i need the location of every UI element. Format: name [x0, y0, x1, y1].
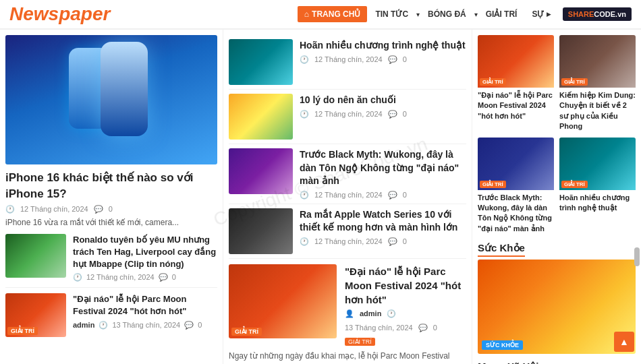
scrollbar[interactable] — [634, 247, 640, 266]
suc-khoe-img — [478, 260, 636, 354]
social-section: Mạng Xã Hội f ◉ 𝕏 ▶ ▶ — [478, 361, 636, 364]
sharecode-su: SHARE — [568, 10, 594, 18]
suc-khoe-img-wrap[interactable]: SỨC KHỎE — [478, 260, 636, 354]
article-1-title: 10 lý do nên ăn chuối — [300, 94, 407, 107]
clock-m0: 🕐 — [300, 55, 309, 64]
featured-date: 13 Tháng chín, 2024 — [345, 324, 413, 332]
tag-f: GIẢI TRÍ — [345, 338, 375, 346]
nav-home-label: TRANG CHỦ — [312, 9, 360, 19]
small-card-1-body: "Đại náo" lễ hội Parc Moon Festival 2024… — [73, 293, 217, 337]
nav-arrow-2: ▾ — [474, 11, 478, 18]
small-card-1[interactable]: GIẢI TRÍ "Đại náo" lễ hội Parc Moon Fest… — [5, 288, 217, 342]
article-2-img — [229, 148, 293, 194]
small-card-1-meta: admin 🕐 13 Tháng chín, 2024 💬 0 — [73, 321, 217, 330]
clock-icon-s0: 🕐 — [73, 273, 82, 282]
article-1-body: 10 lý do nên ăn chuối 🕐 12 Tháng chín, 2… — [300, 94, 407, 140]
right-card-3-title: Hoãn nhiều chương trình nghệ thuật — [559, 193, 636, 214]
hero-meta: 🕐 12 Tháng chín, 2024 💬 0 — [5, 205, 217, 214]
suc-khoe-section: Sức Khỏe SỨC KHỎE — [478, 242, 636, 354]
right-cards-grid: GIẢI TRÍ "Đại náo" lễ hội Parc Moon Fest… — [478, 35, 636, 234]
nav-bong-da[interactable]: BÓNG ĐÁ — [421, 6, 473, 22]
comment-m2: 💬 — [388, 191, 397, 200]
phone-visual — [5, 35, 217, 164]
article-2-meta: 🕐 12 Tháng chín, 2024 💬 0 — [300, 191, 466, 200]
article-0-title: Hoãn nhiều chương trình nghệ thuật — [300, 39, 466, 53]
article-0[interactable]: Hoãn nhiều chương trình nghệ thuật 🕐 12 … — [229, 35, 466, 90]
article-0-meta: 🕐 12 Tháng chín, 2024 💬 0 — [300, 55, 466, 64]
featured-author: admin — [360, 309, 381, 317]
right-card-2-img: GIẢI TRÍ — [478, 138, 554, 190]
featured-comments: 0 — [433, 324, 437, 332]
featured-img: GIẢI TRÍ — [229, 264, 337, 338]
header: Newspaper ⌂ TRANG CHỦ TIN TỨC ▾ BÓNG ĐÁ … — [0, 0, 641, 30]
comment-icon: 💬 — [94, 205, 103, 214]
suc-khoe-title: Sức Khỏe — [478, 242, 525, 257]
right-card-3-img: GIẢI TRÍ — [559, 138, 636, 190]
social-header: Mạng Xã Hội — [478, 361, 636, 364]
nav-home[interactable]: ⌂ TRANG CHỦ — [298, 6, 368, 22]
hero-title: iPhone 16 khác biệt thế nào so với iPhon… — [5, 170, 217, 202]
article-3[interactable]: Ra mắt Apple Watch Series 10 với thiết k… — [229, 204, 466, 259]
clock-f: 🕐 — [387, 309, 396, 318]
small-card-0-meta: 🕐 12 Tháng chín, 2024 💬 0 — [73, 273, 217, 282]
right-card-0-img: GIẢI TRÍ — [478, 35, 554, 88]
social-title: Mạng Xã Hội — [478, 361, 539, 364]
article-1[interactable]: 10 lý do nên ăn chuối 🕐 12 Tháng chín, 2… — [229, 90, 466, 144]
badge-giai-tri-s1: GIẢI TRÍ — [7, 327, 38, 335]
sharecode-badge: SHARECODE.vn — [563, 7, 632, 21]
comment-m1: 💬 — [388, 110, 397, 119]
logo[interactable]: Newspaper — [9, 3, 110, 25]
right-column: GIẢI TRÍ "Đại náo" lễ hội Parc Moon Fest… — [472, 30, 641, 364]
comment-m3: 💬 — [388, 237, 397, 246]
hero-excerpt: iPhone 16 vừa ra mắt với thiết kế mới, c… — [5, 216, 217, 229]
right-card-3[interactable]: GIẢI TRÍ Hoãn nhiều chương trình nghệ th… — [559, 138, 636, 235]
right-card-2[interactable]: GIẢI TRÍ Trước Black Myth: Wukong, đây l… — [478, 138, 554, 235]
article-2-body: Trước Black Myth: Wukong, đây là dàn Tôn… — [300, 148, 466, 200]
right-card-2-title: Trước Black Myth: Wukong, đây là dàn Tôn… — [478, 193, 554, 235]
badge-rc1: GIẢI TRÍ — [561, 78, 588, 86]
clock-m3: 🕐 — [300, 237, 309, 246]
main-layout: iPhone 16 khác biệt thế nào so với iPhon… — [0, 30, 641, 364]
comment-icon-s0: 💬 — [159, 273, 168, 282]
small-card-0-img — [5, 234, 66, 278]
clock-icon-s1: 🕐 — [99, 321, 108, 330]
comment-f: 💬 — [418, 324, 428, 332]
right-card-0-title: "Đại náo" lễ hội Parc Moon Festival 2024… — [478, 90, 554, 121]
suc-khoe-header: Sức Khỏe — [478, 242, 636, 254]
article-0-img — [229, 39, 293, 85]
back-to-top-button[interactable]: ▲ — [614, 332, 634, 352]
badge-rc2: GIẢI TRÍ — [480, 181, 506, 188]
featured-badge: GIẢI TRÍ — [231, 328, 262, 336]
small-card-1-img: GIẢI TRÍ — [5, 293, 66, 337]
small-card-0-title: Ronaldo tuyên bố yêu MU nhưng trách Ten … — [73, 234, 217, 271]
article-1-meta: 🕐 12 Tháng chín, 2024 💬 0 — [300, 110, 407, 119]
featured-excerpt: Ngay từ những ngày đầu khai mạc, lễ hội … — [229, 350, 466, 364]
hero-image[interactable] — [5, 35, 217, 164]
left-column: iPhone 16 khác biệt thế nào so với iPhon… — [0, 30, 223, 364]
clock-m2: 🕐 — [300, 191, 309, 200]
clock-icon: 🕐 — [5, 205, 15, 214]
author-icon: 👤 — [345, 309, 354, 318]
article-2[interactable]: Trước Black Myth: Wukong, đây là dàn Tôn… — [229, 144, 466, 204]
small-card-0-body: Ronaldo tuyên bố yêu MU nhưng trách Ten … — [73, 234, 217, 282]
featured-inner: GIẢI TRÍ "Đại náo" lễ hội Parc Moon Fest… — [229, 264, 466, 364]
badge-rc0: GIẢI TRÍ — [480, 78, 506, 86]
right-card-0[interactable]: GIẢI TRÍ "Đại náo" lễ hội Parc Moon Fest… — [478, 35, 554, 132]
nav-su[interactable]: SỰ ▸ — [525, 6, 557, 22]
article-3-img — [229, 208, 293, 254]
article-3-title: Ra mắt Apple Watch Series 10 với thiết k… — [300, 208, 466, 235]
featured-meta: 👤 admin 🕐 13 Tháng chín, 2024 💬 0 GIẢI T… — [345, 309, 466, 346]
hero-date: 12 Tháng chín, 2024 — [20, 205, 88, 213]
right-card-1[interactable]: GIẢI TRÍ Kiếm hiệp Kim Dung: Chuyện ít b… — [559, 35, 636, 132]
nav-tin-tuc[interactable]: TIN TỨC — [368, 6, 415, 22]
featured-article[interactable]: GIẢI TRÍ "Đại náo" lễ hội Parc Moon Fest… — [229, 259, 466, 364]
clock-m1: 🕐 — [300, 110, 309, 119]
mid-column: Hoãn nhiều chương trình nghệ thuật 🕐 12 … — [223, 30, 472, 364]
small-card-0[interactable]: Ronaldo tuyên bố yêu MU nhưng trách Ten … — [5, 229, 217, 289]
right-card-1-title: Kiếm hiệp Kim Dung: Chuyện ít biết về 2 … — [559, 90, 636, 132]
comment-icon-s1: 💬 — [184, 321, 194, 330]
nav-giai-tri[interactable]: GIẢI TRÍ — [479, 6, 524, 22]
badge-rc3: GIẢI TRÍ — [561, 181, 588, 188]
hero-comments: 0 — [109, 205, 113, 213]
admin-label: admin — [73, 321, 94, 330]
